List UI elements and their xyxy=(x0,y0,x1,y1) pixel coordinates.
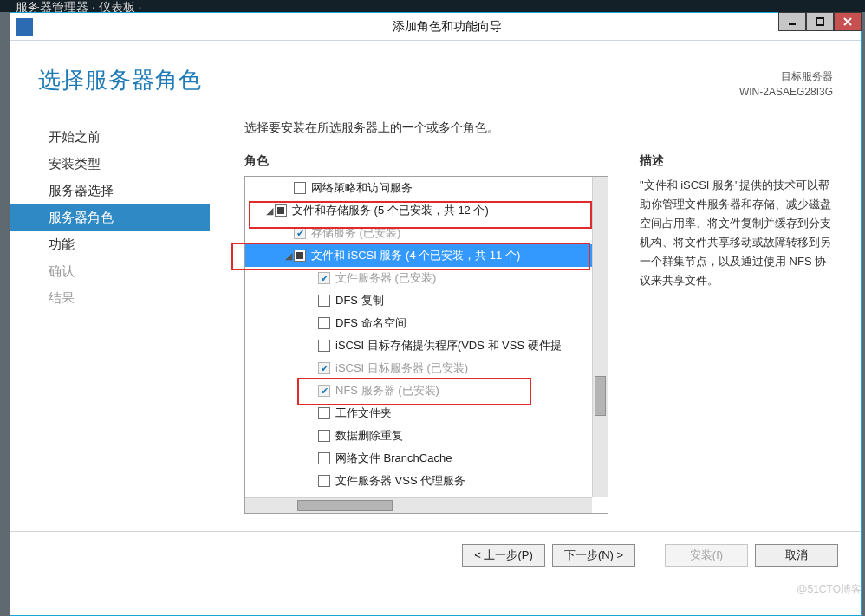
role-checkbox[interactable] xyxy=(318,340,330,352)
role-checkbox[interactable] xyxy=(318,475,330,487)
role-label: 文件和 iSCSI 服务 (4 个已安装，共 11 个) xyxy=(311,248,520,263)
vertical-scrollbar[interactable] xyxy=(592,177,608,497)
nav-results: 结果 xyxy=(10,285,210,312)
parent-window-fragment: 服务器管理器 · 仪表板 · xyxy=(0,0,865,12)
next-button[interactable]: 下一步(N) > xyxy=(552,544,635,567)
nav-install-type[interactable]: 安装类型 xyxy=(10,151,210,178)
minimize-icon xyxy=(788,17,797,26)
tree-node[interactable]: ◢文件和存储服务 (5 个已安装，共 12 个) xyxy=(245,199,592,222)
role-label: 网络文件 BranchCache xyxy=(335,451,452,466)
svg-rect-1 xyxy=(816,18,823,25)
install-button: 安装(I) xyxy=(665,544,748,567)
expand-caret-icon[interactable]: ◢ xyxy=(264,205,275,217)
tree-node[interactable]: 工作文件夹 xyxy=(245,402,592,425)
roles-column: 角色 网络策略和访问服务◢文件和存储服务 (5 个已安装，共 12 个)存储服务… xyxy=(244,153,608,514)
page-header: 选择服务器角色 目标服务器 WIN-2ASAEG28I3G xyxy=(10,41,861,107)
role-label: 数据删除重复 xyxy=(335,428,403,444)
tree-node[interactable]: NFS 服务器 (已安装) xyxy=(245,379,592,402)
minimize-button[interactable] xyxy=(778,12,806,31)
role-checkbox[interactable] xyxy=(318,452,330,464)
tree-node[interactable]: 数据删除重复 xyxy=(245,425,592,447)
tree-node[interactable]: 文件服务器 (已安装) xyxy=(245,267,592,289)
horizontal-scroll-thumb[interactable] xyxy=(297,500,393,511)
target-server-name: WIN-2ASAEG28I3G xyxy=(739,84,833,100)
role-checkbox xyxy=(318,362,330,374)
description-column: 描述 "文件和 iSCSI 服务"提供的技术可以帮助你管理文件服务器和存储、减少… xyxy=(640,153,836,514)
page-title: 选择服务器角色 xyxy=(38,65,739,95)
nav-confirm: 确认 xyxy=(10,258,210,285)
back-button[interactable]: < 上一步(P) xyxy=(462,544,545,567)
app-icon xyxy=(16,18,33,36)
tree-node[interactable]: 网络策略和访问服务 xyxy=(245,177,592,199)
titlebar: 添加角色和功能向导 xyxy=(10,13,861,41)
maximize-icon xyxy=(816,17,824,26)
tree-node[interactable]: iSCSI 目标服务器 (已安装) xyxy=(245,357,592,379)
horizontal-scrollbar[interactable] xyxy=(245,497,592,513)
window-controls xyxy=(778,12,862,31)
target-server-label: 目标服务器 xyxy=(739,68,833,84)
wizard-nav: 开始之前 安装类型 服务器选择 服务器角色 功能 确认 结果 xyxy=(10,107,210,531)
expand-caret-icon[interactable]: ◢ xyxy=(283,250,294,262)
tree-node[interactable]: ◢文件和 iSCSI 服务 (4 个已安装，共 11 个) xyxy=(245,244,592,267)
instruction-text: 选择要安装在所选服务器上的一个或多个角色。 xyxy=(244,120,836,136)
tree-node[interactable]: 网络文件 BranchCache xyxy=(245,447,592,470)
tree-node[interactable]: 存储服务 (已安装) xyxy=(245,222,592,244)
roles-heading: 角色 xyxy=(244,153,608,169)
nav-features[interactable]: 功能 xyxy=(10,231,210,258)
role-checkbox[interactable] xyxy=(275,204,287,217)
role-label: 文件服务器 VSS 代理服务 xyxy=(335,473,465,489)
role-label: 网络策略和访问服务 xyxy=(311,180,413,196)
main-panel: 选择要安装在所选服务器上的一个或多个角色。 角色 网络策略和访问服务◢文件和存储… xyxy=(210,107,861,531)
nav-server-selection[interactable]: 服务器选择 xyxy=(10,178,210,204)
role-label: iSCSI 目标服务器 (已安装) xyxy=(335,360,468,376)
close-icon xyxy=(843,17,852,26)
svg-rect-0 xyxy=(789,23,796,25)
role-checkbox[interactable] xyxy=(318,295,330,307)
role-label: 文件服务器 (已安装) xyxy=(335,270,436,286)
maximize-button[interactable] xyxy=(806,12,834,31)
columns: 角色 网络策略和访问服务◢文件和存储服务 (5 个已安装，共 12 个)存储服务… xyxy=(244,153,836,514)
role-checkbox[interactable] xyxy=(294,182,306,194)
body: 开始之前 安装类型 服务器选择 服务器角色 功能 确认 结果 选择要安装在所选服… xyxy=(10,107,861,531)
window-title: 添加角色和功能向导 xyxy=(33,19,861,35)
tree-node[interactable]: 文件服务器 VSS 代理服务 xyxy=(245,470,592,492)
description-heading: 描述 xyxy=(640,153,836,169)
role-label: iSCSI 目标存储提供程序(VDS 和 VSS 硬件提 xyxy=(335,338,562,353)
role-checkbox[interactable] xyxy=(318,430,330,442)
roles-listbox: 网络策略和访问服务◢文件和存储服务 (5 个已安装，共 12 个)存储服务 (已… xyxy=(244,176,608,514)
role-label: DFS 复制 xyxy=(335,293,384,308)
role-checkbox xyxy=(318,272,330,284)
nav-server-roles[interactable]: 服务器角色 xyxy=(10,204,210,231)
description-text: "文件和 iSCSI 服务"提供的技术可以帮助你管理文件服务器和存储、减少磁盘空… xyxy=(640,176,836,291)
role-checkbox xyxy=(294,227,306,239)
role-label: DFS 命名空间 xyxy=(335,315,406,331)
role-checkbox[interactable] xyxy=(294,250,306,262)
role-label: NFS 服务器 (已安装) xyxy=(335,383,439,399)
tree-node[interactable]: DFS 复制 xyxy=(245,289,592,312)
role-label: 存储服务 (已安装) xyxy=(311,225,400,241)
role-label: 工作文件夹 xyxy=(335,405,392,421)
close-button[interactable] xyxy=(834,12,862,31)
roles-tree[interactable]: 网络策略和访问服务◢文件和存储服务 (5 个已安装，共 12 个)存储服务 (已… xyxy=(245,177,592,497)
role-checkbox[interactable] xyxy=(318,317,330,329)
wizard-window: 添加角色和功能向导 选择服务器角色 目标服务器 WIN-2ASAEG28I3G … xyxy=(10,12,862,616)
watermark: @51CTO博客 xyxy=(797,582,862,597)
cancel-button[interactable]: 取消 xyxy=(755,544,838,567)
nav-before-begin[interactable]: 开始之前 xyxy=(10,124,210,151)
role-checkbox[interactable] xyxy=(318,407,330,419)
role-checkbox xyxy=(318,385,330,397)
tree-node[interactable]: DFS 命名空间 xyxy=(245,312,592,334)
role-label: 文件和存储服务 (5 个已安装，共 12 个) xyxy=(292,203,489,218)
tree-node[interactable]: iSCSI 目标存储提供程序(VDS 和 VSS 硬件提 xyxy=(245,334,592,357)
target-server-block: 目标服务器 WIN-2ASAEG28I3G xyxy=(739,65,833,100)
vertical-scroll-thumb[interactable] xyxy=(595,376,606,416)
footer: < 上一步(P) 下一步(N) > 安装(I) 取消 xyxy=(10,531,861,578)
